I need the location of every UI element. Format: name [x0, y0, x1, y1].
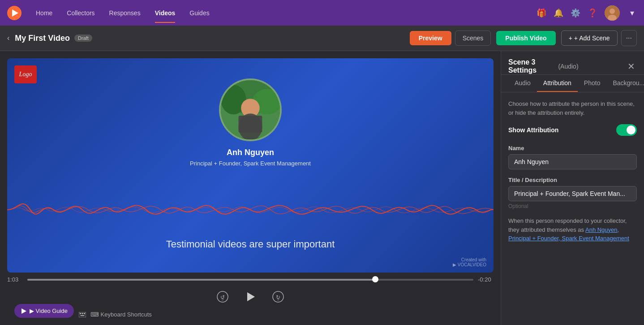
person-name: Anh Nguyen: [227, 148, 274, 157]
panel-title: Scene 3 Settings: [508, 58, 555, 74]
video-area: Logo: [0, 51, 501, 325]
logo-triangle-icon: [12, 9, 18, 17]
tab-audio[interactable]: Audio: [508, 75, 537, 92]
created-with: Created with ▶ VOCALVIDEO: [453, 257, 486, 267]
nav-videos[interactable]: Videos: [150, 8, 181, 18]
panel-header: Scene 3 Settings (Audio) ✕: [501, 51, 644, 75]
panel-body: Choose how to attribute the person in th…: [501, 92, 644, 325]
toggle-knob: [627, 126, 635, 134]
svg-point-1: [610, 9, 615, 14]
svg-rect-21: [84, 313, 85, 314]
preview-button[interactable]: Preview: [410, 31, 451, 45]
tab-photo[interactable]: Photo: [578, 75, 607, 92]
svg-marker-13: [247, 292, 255, 301]
person-title: Principal + Founder, Spark Event Managem…: [190, 160, 311, 167]
nav-home[interactable]: Home: [30, 8, 58, 18]
back-button[interactable]: ‹: [7, 34, 9, 42]
show-attribution-toggle[interactable]: [616, 124, 637, 136]
question-icon[interactable]: ❓: [588, 8, 597, 18]
video-caption: Testimonial videos are super important: [166, 238, 335, 250]
add-scene-button[interactable]: + + Add Scene: [561, 30, 618, 46]
scenes-button[interactable]: Scenes: [455, 30, 491, 46]
attribution-info: When this person responded to your colle…: [508, 217, 637, 243]
tab-background[interactable]: Backgrou...: [606, 75, 644, 92]
video-guide-button[interactable]: ▶ Video Guide: [14, 304, 74, 318]
progress-track[interactable]: [27, 279, 473, 281]
title-field-label: Title / Description: [508, 177, 637, 183]
name-input[interactable]: [508, 154, 637, 169]
play-button[interactable]: [242, 288, 259, 305]
more-options-button[interactable]: ···: [621, 30, 637, 46]
forward-button[interactable]: ↻ 5: [270, 288, 287, 305]
keyboard-shortcuts-button[interactable]: ⌨ Keyboard Shortcuts: [79, 311, 152, 318]
progress-filled: [27, 279, 375, 281]
show-attribution-label: Show Attribution: [508, 126, 616, 134]
playback-controls: ↺ 5 ↻ 5: [7, 286, 494, 309]
svg-rect-20: [82, 313, 83, 314]
video-guide-label: ▶ Video Guide: [30, 308, 68, 314]
sub-navigation: ‹ My First Video Draft Preview Scenes Pu…: [0, 26, 644, 51]
publish-button[interactable]: Publish Video: [496, 31, 555, 45]
svg-rect-9: [239, 116, 262, 133]
optional-text: Optional: [508, 203, 637, 209]
video-container: Logo: [7, 58, 494, 273]
svg-rect-22: [81, 315, 85, 316]
video-title: My First Video: [15, 34, 70, 43]
waveform-area: [7, 192, 494, 228]
svg-marker-17: [21, 308, 26, 314]
nav-icon-group: 🎁 🔔 ⚙️ ❓ ▾: [537, 5, 637, 21]
panel-tabs: Audio Attribution Photo Backgrou...: [501, 75, 644, 92]
right-panel: Scene 3 Settings (Audio) ✕ Audio Attribu…: [501, 51, 644, 325]
add-icon: +: [569, 35, 572, 42]
svg-rect-19: [80, 313, 81, 314]
main-area: Logo: [0, 51, 644, 325]
time-remaining: -0:20: [478, 276, 494, 283]
controls-wrapper: 1:03 -0:20 ↺ 5: [7, 273, 494, 318]
show-attribution-row: Show Attribution: [508, 124, 637, 136]
timeline-bar: 1:03 -0:20: [7, 273, 494, 286]
bell-icon[interactable]: 🔔: [554, 8, 563, 18]
close-panel-button[interactable]: ✕: [626, 60, 637, 73]
draft-badge: Draft: [74, 35, 92, 42]
app-logo[interactable]: [7, 6, 21, 20]
time-current: 1:03: [7, 276, 23, 283]
panel-subtitle: (Audio): [558, 63, 578, 70]
person-photo: [219, 78, 282, 141]
progress-thumb[interactable]: [372, 276, 378, 282]
tab-attribution[interactable]: Attribution: [537, 75, 578, 92]
avatar-initials: [605, 5, 620, 21]
back-icon: ‹: [7, 34, 9, 42]
panel-description: Choose how to attribute the person in th…: [508, 100, 637, 117]
add-scene-label: + Add Scene: [574, 35, 610, 42]
dropdown-chevron-icon[interactable]: ▾: [627, 8, 637, 18]
svg-text:5: 5: [277, 297, 279, 301]
top-navigation: Home Collectors Responses Videos Guides …: [0, 0, 644, 26]
user-avatar[interactable]: [605, 5, 620, 21]
name-field-label: Name: [508, 145, 637, 152]
nav-collectors[interactable]: Collectors: [61, 8, 100, 18]
logo-badge: Logo: [14, 65, 37, 83]
keyboard-shortcuts-label: ⌨ Keyboard Shortcuts: [90, 311, 152, 318]
gift-icon[interactable]: 🎁: [537, 8, 546, 18]
rewind-button[interactable]: ↺ 5: [214, 288, 231, 305]
gear-icon[interactable]: ⚙️: [571, 8, 580, 18]
svg-text:5: 5: [222, 297, 224, 301]
title-input[interactable]: [508, 186, 637, 201]
person-photo-inner: [221, 80, 280, 139]
nav-guides[interactable]: Guides: [184, 8, 215, 18]
svg-rect-18: [79, 312, 86, 317]
nav-responses[interactable]: Responses: [104, 8, 146, 18]
